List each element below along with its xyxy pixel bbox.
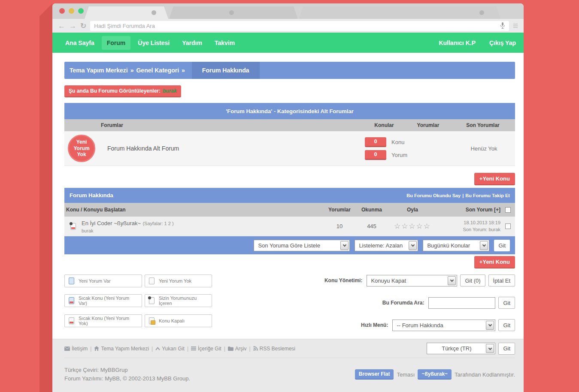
- nav-item-home[interactable]: Ana Sayfa: [60, 36, 100, 50]
- quick-menu-select[interactable]: -- Forum Hakkında: [392, 320, 495, 331]
- topic-count-badge: 0: [365, 137, 386, 147]
- theme-middle-text: Teması: [397, 371, 415, 378]
- breadcrumb-link-category[interactable]: Genel Kategori: [136, 67, 179, 74]
- subforums-title: 'Forum Hakkında' - Kategorisindeki Alt F…: [64, 103, 515, 119]
- tab-favicon: [229, 10, 234, 15]
- column-last-posts: Son Yorumlar: [451, 122, 515, 128]
- address-input[interactable]: [94, 23, 500, 29]
- theme-suffix-text: Tarafından Kodlanmıştır.: [455, 371, 515, 378]
- back-icon[interactable]: ←: [58, 22, 65, 30]
- sort-order-selected: Listeleme: Azalan: [355, 242, 409, 249]
- thread-last-post-author[interactable]: Son Yorum: burak: [436, 226, 500, 233]
- sort-order-select[interactable]: Listeleme: Azalan: [355, 240, 418, 251]
- chevron-down-icon: [409, 241, 417, 250]
- browser-tab-3[interactable]: [299, 6, 500, 19]
- browser-tab-active[interactable]: [85, 6, 168, 19]
- nav-item-forum[interactable]: Forum: [102, 36, 131, 50]
- legend-label: Konu Kapalı: [159, 318, 185, 323]
- maximize-window-button[interactable]: [78, 8, 84, 14]
- footer-link-label: Tema Yapım Merkezi: [101, 346, 149, 352]
- footer-links: İletişim | Tema Yapım Merkezi | Yukarı G…: [64, 346, 295, 352]
- legend-closed-thread: Konu Kapalı: [145, 314, 212, 327]
- moderation-select[interactable]: Konuyu Kapat: [367, 275, 457, 286]
- quick-menu-selected: -- Forum Hakkında: [393, 322, 486, 329]
- theme-author-button[interactable]: ~ßyßurak~: [418, 369, 452, 380]
- chevron-down-icon: [486, 344, 494, 353]
- column-forums: Forumlar: [64, 122, 363, 128]
- forum-search-input[interactable]: [428, 297, 495, 309]
- browser-tab-2[interactable]: [169, 6, 298, 19]
- legend-label: Sıcak Konu (Yeni Yorum Var): [79, 296, 138, 306]
- closed-thread-icon: [149, 317, 155, 324]
- forward-icon[interactable]: →: [69, 22, 76, 30]
- subscribe-forum-link[interactable]: Bu Forumu Takip Et: [465, 193, 510, 198]
- viewer-username-link[interactable]: burak: [163, 88, 177, 94]
- threads-header: Forum Hakkında Bu Forumu Okundu Say | Bu…: [64, 188, 515, 203]
- theme-name-button[interactable]: Browser Flat: [355, 369, 394, 380]
- chevron-down-icon: [480, 241, 488, 250]
- forum-navbar: Ana Sayfa Forum Üye Listesi Yardım Takvi…: [52, 33, 524, 53]
- thread-title-link[interactable]: En İyi Coder ~ßyßurak~: [82, 220, 141, 226]
- contact-link[interactable]: İletişim: [64, 346, 88, 352]
- address-bar[interactable]: [90, 21, 509, 31]
- thread-author-link[interactable]: burak: [82, 228, 324, 233]
- nav-item-logout[interactable]: Çıkış Yap: [489, 36, 516, 50]
- language-select[interactable]: Türkçe (TR): [427, 343, 495, 354]
- nav-item-help[interactable]: Yardım: [177, 36, 207, 50]
- forum-search-go-button[interactable]: Git: [498, 297, 515, 309]
- go-to-content-link[interactable]: İçeriğe Git: [191, 346, 221, 352]
- subforums-column-headers: Forumlar Konular Yorumlar Son Yorumlar: [64, 119, 515, 131]
- moderation-cancel-button[interactable]: İptal Et: [488, 274, 515, 286]
- quick-menu-go-button[interactable]: Git: [498, 319, 515, 331]
- nav-item-usercp[interactable]: Kullanıcı K.P: [439, 36, 476, 50]
- chevron-up-icon: [155, 347, 160, 350]
- home-link[interactable]: Tema Yapım Merkezi: [94, 346, 149, 352]
- language-selected: Türkçe (TR): [427, 345, 486, 352]
- thread-checkbox[interactable]: [505, 223, 511, 229]
- hot-thread-new-icon: [69, 297, 74, 304]
- subforum-link[interactable]: Forum Hakkında Alt Forum: [107, 145, 365, 152]
- rss-feed-link[interactable]: RSS Beslemesi: [253, 346, 295, 352]
- sort-by-select[interactable]: Son Yoruma Göre Listele: [254, 240, 350, 251]
- quick-menu-row: Hızlı Menü: -- Forum Hakkında Git: [361, 319, 515, 331]
- new-topic-button[interactable]: +Yeni Konu: [474, 173, 515, 185]
- archive-link[interactable]: Arşiv: [228, 346, 247, 352]
- forum-title: Forum Hakkında: [70, 192, 113, 199]
- go-to-top-link[interactable]: Yukarı Git: [155, 346, 185, 352]
- close-window-button[interactable]: [59, 8, 65, 14]
- home-icon: [94, 346, 99, 351]
- column-replies: Yorumlar: [324, 207, 355, 213]
- list-icon: [191, 347, 196, 350]
- column-last-post: Son Yorum [+]: [436, 207, 500, 213]
- page-footer: İletişim | Tema Yapım Merkezi | Yukarı G…: [52, 339, 524, 392]
- chevron-down-icon: [448, 276, 456, 285]
- nav-item-memberlist[interactable]: Üye Listesi: [133, 36, 175, 50]
- footer-link-label: RSS Beslemesi: [260, 346, 295, 352]
- column-topics: Konular: [363, 122, 406, 128]
- thread-rating-stars[interactable]: ☆☆☆☆☆: [389, 222, 436, 231]
- breadcrumb: Tema Yapım Merkezi » Genel Kategori » Fo…: [64, 62, 515, 79]
- microphone-icon[interactable]: [500, 22, 505, 29]
- breadcrumb-link-root[interactable]: Tema Yapım Merkezi: [70, 67, 128, 74]
- browser-window: ← → ↻ ≡ Ana Sayfa Forum Üye Listesi Yard…: [52, 3, 524, 392]
- thread-pages[interactable]: (Sayfalar: 1 2 ): [142, 221, 173, 226]
- filter-go-button[interactable]: Git: [494, 240, 510, 251]
- sort-by-selected: Son Yoruma Göre Listele: [254, 242, 340, 249]
- time-period-select[interactable]: Bugünkü Konular: [423, 240, 489, 251]
- footer-separator: |: [187, 346, 188, 352]
- browser-menu-icon[interactable]: ≡: [513, 21, 518, 31]
- mark-forum-read-link[interactable]: Bu Forumu Okundu Say: [406, 193, 461, 198]
- new-topic-button[interactable]: +Yeni Konu: [474, 256, 515, 268]
- column-views: Okunma: [355, 207, 389, 213]
- moderation-go-button[interactable]: Git (0): [460, 274, 485, 286]
- new-posts-icon: [69, 277, 74, 284]
- language-go-button[interactable]: Git: [498, 343, 515, 355]
- minimize-window-button[interactable]: [69, 8, 74, 14]
- mail-icon: [64, 347, 70, 351]
- column-replies: Yorumlar: [406, 122, 451, 128]
- select-all-checkbox[interactable]: [505, 207, 511, 213]
- nav-item-calendar[interactable]: Takvim: [209, 36, 240, 50]
- language-switcher: Türkçe (TR) Git: [427, 343, 515, 355]
- refresh-icon[interactable]: ↻: [80, 22, 86, 30]
- legend-contains-your-posts: Sizin Yorumunuzu İçeren: [145, 294, 212, 307]
